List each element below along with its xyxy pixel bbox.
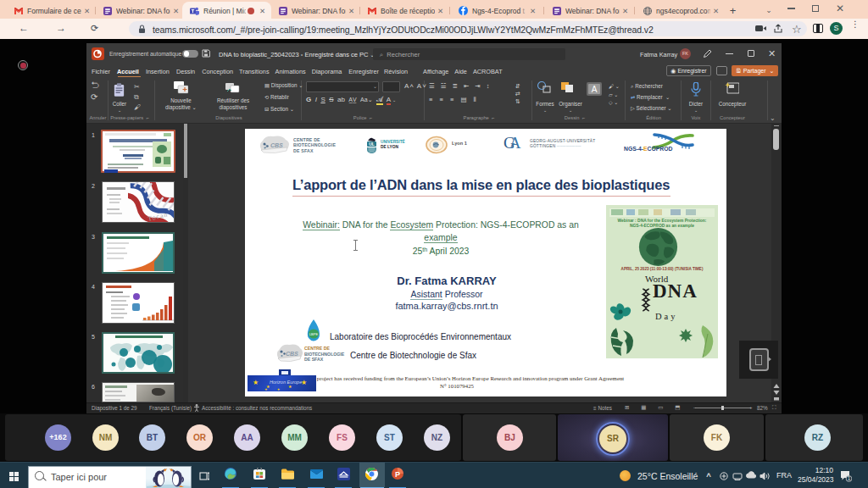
svg-text:UL: UL [369,141,375,147]
svg-text:1: 1 [848,475,851,481]
svg-text:A: A [592,85,598,94]
svg-text:P: P [395,470,400,479]
svg-text:LBPE: LBPE [309,332,319,336]
svg-text:CBS: CBS [270,142,283,148]
svg-text:CBS: CBS [286,351,298,357]
